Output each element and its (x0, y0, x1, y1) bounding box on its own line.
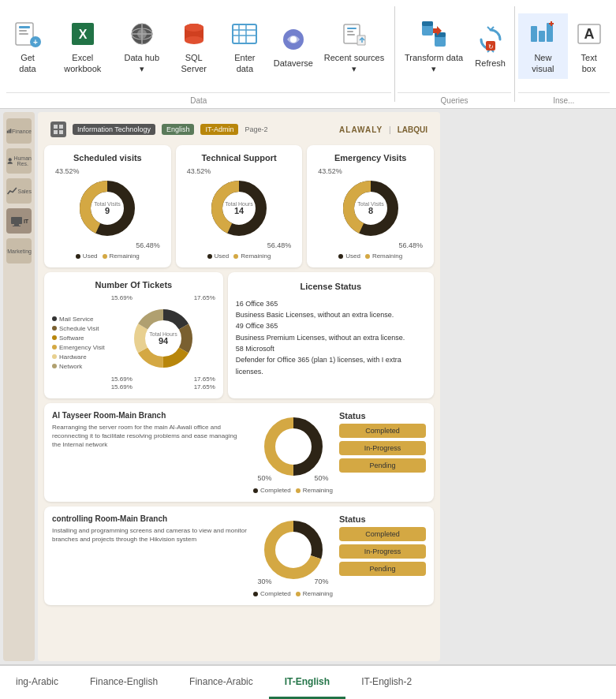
recent-sources-button[interactable]: Recent sources ▾ (317, 13, 390, 78)
tab-it-english[interactable]: IT-English (269, 666, 345, 699)
svg-text:9: 9 (105, 206, 110, 215)
legend-dot-mail (52, 316, 57, 321)
transform-data-button[interactable]: Transform data ▾ (398, 13, 469, 78)
room1-legend-completed: Completed (253, 487, 291, 494)
legend-dot-hardware (52, 354, 57, 359)
enter-data-button[interactable]: Enter data (220, 13, 269, 78)
excel-icon: X (67, 18, 99, 50)
dashboard: Information Technology English IT-Admin … (38, 112, 440, 661)
license-line1: 16 Office 365 (236, 300, 278, 308)
room1-title: Al Tayseer Room-Main Branch (52, 411, 247, 420)
divider-2 (514, 6, 515, 102)
legend-dot-network (52, 364, 57, 368)
room2-legend-completed: Completed (253, 590, 291, 597)
room1-dot-completed (253, 488, 258, 493)
dash-divider-bar: | (389, 125, 391, 134)
legend-dot-software (52, 335, 57, 340)
svg-rect-53 (59, 130, 63, 134)
new-visual-label: New visual (525, 53, 562, 73)
sidebar-item-marketing[interactable]: Marketing (6, 238, 32, 264)
room2-title: controlling Room-Main Branch (52, 514, 247, 523)
dash-header-right: ALAWALY | LABQUI (339, 125, 427, 134)
legend-dot-schedule (52, 326, 57, 331)
sql-server-label: SQL Server (174, 53, 214, 73)
sidebar-item-finance[interactable]: Finance (6, 118, 32, 144)
room2-middle: 30% 70% Completed Remaining (253, 514, 333, 597)
tab-finance-english[interactable]: Finance-English (74, 666, 174, 699)
room1-btn-inprogress[interactable]: In-Progress (339, 441, 426, 455)
scheduled-visits-title: Scheduled visits (52, 153, 163, 163)
legend-used-dot (76, 254, 80, 259)
tickets-legend-network: Network (52, 363, 105, 370)
svg-rect-30 (422, 21, 433, 26)
room1-legend-remaining: Remaining (296, 487, 333, 494)
tab-finance-arabic[interactable]: Finance-Arabic (174, 666, 269, 699)
tab-it-english2[interactable]: IT-English-2 (345, 666, 427, 699)
license-title: License Status (236, 280, 426, 293)
sidebar-item-it[interactable]: IT (6, 208, 32, 234)
tab-finance-english-label: Finance-English (90, 676, 158, 687)
room2-btn-inprogress[interactable]: In-Progress (339, 544, 426, 559)
tab-arabic-label: ing-Arabic (16, 676, 58, 687)
dataverse-button[interactable]: Dataverse (269, 19, 317, 73)
room2-pct-right: 70% (315, 578, 329, 585)
room2-pct-left: 30% (258, 578, 272, 585)
toolbar: + Get data X Excel workbook (0, 0, 616, 109)
tickets-pct-br: 17.65% (194, 376, 215, 383)
svg-rect-43 (9, 129, 10, 133)
room2-btn-completed[interactable]: Completed (339, 527, 426, 541)
sql-server-button[interactable]: SQL Server (167, 13, 220, 78)
svg-text:A: A (584, 26, 594, 42)
room1-middle: 50% 50% Completed Remaining (253, 411, 333, 494)
room2-btn-pending[interactable]: Pending (339, 562, 426, 576)
legend-used: Used (76, 252, 98, 260)
toolbar-section-queries: Transform data ▾ ↻ Refresh Queries (398, 0, 510, 108)
svg-rect-47 (14, 224, 19, 226)
tech-legend-remaining-dot (233, 254, 238, 259)
text-box-button[interactable]: A Text box (568, 13, 610, 78)
svg-rect-17 (233, 24, 256, 43)
room1-btn-completed[interactable]: Completed (339, 424, 426, 438)
tickets-license-row: Number Of Tickets Mail Service Schedule … (44, 272, 434, 398)
scheduled-pct-top: 43.52% (55, 167, 80, 175)
room1-btn-pending[interactable]: Pending (339, 458, 426, 473)
room2-dot-completed (253, 592, 258, 596)
recent-sources-label: Recent sources ▾ (323, 53, 384, 73)
tickets-legend-network-label: Network (59, 363, 82, 370)
sidebar-item-sales[interactable]: Sales (6, 178, 32, 204)
refresh-button[interactable]: ↻ Refresh (470, 19, 511, 73)
get-data-button[interactable]: + Get data (6, 13, 49, 78)
svg-rect-1 (19, 26, 30, 28)
room1-label-completed: Completed (260, 487, 291, 494)
excel-workbook-button[interactable]: X Excel workbook (49, 13, 116, 78)
license-line4: Business Premium Licenses, without an ex… (236, 334, 405, 342)
tickets-legend-schedule-label: Schedule Visit (59, 325, 99, 332)
dash-company-name: ALAWALY (339, 125, 383, 134)
sidebar-item-hr[interactable]: Human Res. (6, 148, 32, 174)
room1-pct-left: 50% (258, 474, 272, 482)
text-box-icon: A (573, 18, 605, 50)
new-visual-button[interactable]: New visual (518, 13, 569, 78)
svg-rect-2 (19, 30, 27, 32)
data-hub-button[interactable]: Data hub ▾ (117, 13, 167, 78)
data-hub-label: Data hub ▾ (123, 53, 161, 73)
room2-status-section: Completed In-Progress Pending (339, 527, 426, 576)
dash-title-badge: Information Technology (73, 124, 155, 135)
room2-status-title: Status (339, 514, 426, 524)
svg-rect-51 (59, 125, 63, 129)
tickets-legend-emergency: Emergency Visit (52, 344, 105, 351)
room2-card: controlling Room-Main Branch Installing … (44, 506, 434, 605)
room2-desc: Installing and programming screens and c… (52, 526, 247, 544)
room1-pct-right: 50% (315, 474, 329, 482)
svg-rect-46 (11, 217, 22, 224)
room1-donut-chart (258, 411, 329, 482)
tab-finance-arabic-label: Finance-Arabic (189, 676, 253, 687)
refresh-icon: ↻ (475, 24, 506, 55)
tab-arabic[interactable]: ing-Arabic (0, 666, 74, 699)
svg-text:14: 14 (234, 206, 245, 215)
svg-rect-52 (54, 130, 58, 134)
legend-remaining: Remaining (103, 252, 140, 260)
scheduled-donut-chart: Total Visits 9 (76, 177, 139, 240)
tickets-legend-software: Software (52, 335, 105, 342)
tickets-inner: Mail Service Schedule Visit Software (52, 294, 215, 391)
